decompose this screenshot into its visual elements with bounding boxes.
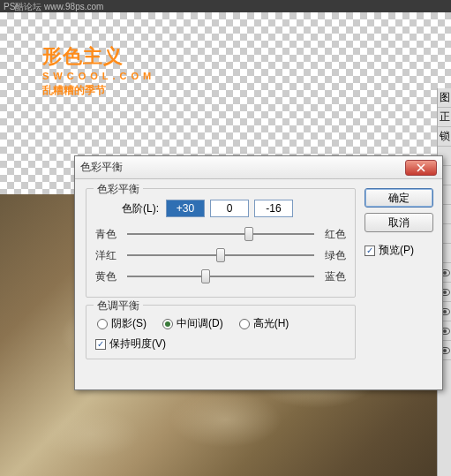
- radio-icon: [162, 319, 173, 329]
- watermark-line1: 形色主义: [42, 44, 155, 70]
- panel-header: 图: [438, 88, 451, 108]
- level-input-cyan-red[interactable]: [166, 200, 205, 217]
- slider-1[interactable]: [127, 247, 314, 263]
- slider-row: 青色红色: [95, 226, 346, 242]
- radio-icon: [97, 319, 108, 329]
- slider-right-label: 绿色: [321, 248, 346, 263]
- window-source-caption: PS酷论坛 www.98ps.com: [0, 0, 451, 12]
- dialog-title: 色彩平衡: [80, 160, 405, 175]
- slider-left-label: 洋红: [95, 248, 120, 263]
- slider-thumb[interactable]: [216, 248, 225, 262]
- close-icon: [417, 163, 425, 172]
- dialog-titlebar[interactable]: 色彩平衡: [75, 156, 442, 179]
- radio-label: 高光(H): [253, 316, 289, 331]
- radio-label: 中间调(D): [177, 316, 223, 331]
- checkbox-label: 预览(P): [379, 243, 414, 258]
- panel-row: 锁: [438, 127, 451, 147]
- slider-row: 黄色蓝色: [95, 268, 346, 284]
- radio-label: 阴影(S): [111, 316, 147, 331]
- watermark-line2: SWCOOL.COM: [42, 70, 155, 82]
- radio-midtones[interactable]: 中间调(D): [162, 316, 223, 331]
- slider-thumb[interactable]: [244, 227, 253, 241]
- cancel-button[interactable]: 取消: [365, 213, 433, 232]
- checkbox-icon: [365, 246, 375, 256]
- levels-label: 色阶(L):: [122, 201, 159, 216]
- level-input-magenta-green[interactable]: [210, 200, 249, 217]
- slider-right-label: 红色: [321, 227, 346, 242]
- slider-0[interactable]: [127, 226, 314, 242]
- slider-thumb[interactable]: [201, 269, 210, 283]
- ok-button[interactable]: 确定: [365, 188, 433, 208]
- group-legend: 色调平衡: [94, 298, 143, 314]
- checkbox-label: 保持明度(V): [109, 336, 166, 351]
- color-balance-dialog: 色彩平衡 色彩平衡 色阶(L): 青色红色洋红绿色黄色蓝色 色调平衡 阴影(S): [74, 155, 443, 390]
- watermark-line3: 乱糟糟的季节: [42, 84, 155, 98]
- slider-track: [127, 233, 314, 235]
- checkbox-preview[interactable]: 预览(P): [365, 243, 433, 258]
- radio-shadows[interactable]: 阴影(S): [97, 316, 147, 331]
- slider-left-label: 黄色: [95, 269, 120, 284]
- level-input-yellow-blue[interactable]: [254, 200, 293, 217]
- panel-row: 正: [438, 108, 451, 127]
- slider-row: 洋红绿色: [95, 247, 346, 263]
- group-legend: 色彩平衡: [94, 182, 143, 197]
- slider-2[interactable]: [127, 268, 314, 284]
- watermark: 形色主义 SWCOOL.COM 乱糟糟的季节: [42, 44, 155, 97]
- radio-icon: [239, 319, 250, 329]
- checkbox-icon: [95, 339, 106, 350]
- tone-balance-group: 色调平衡 阴影(S) 中间调(D) 高光(H) 保持明度(V): [86, 305, 356, 359]
- checkbox-preserve-luminosity[interactable]: 保持明度(V): [95, 336, 346, 351]
- slider-right-label: 蓝色: [321, 269, 346, 284]
- slider-left-label: 青色: [95, 227, 120, 242]
- close-button[interactable]: [405, 160, 437, 176]
- radio-highlights[interactable]: 高光(H): [239, 316, 289, 331]
- slider-track: [127, 276, 314, 277]
- color-balance-group: 色彩平衡 色阶(L): 青色红色洋红绿色黄色蓝色: [86, 188, 356, 298]
